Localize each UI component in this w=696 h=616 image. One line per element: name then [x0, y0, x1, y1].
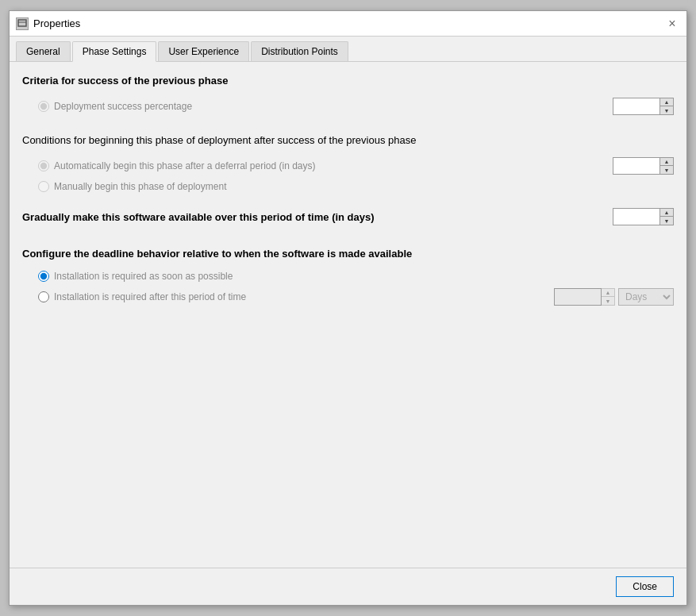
- footer: Close: [10, 568, 686, 605]
- tabs-container: General Phase Settings User Experience D…: [10, 37, 686, 62]
- deployment-success-row: Deployment success percentage 65 ▲ ▼: [22, 94, 674, 118]
- install-asap-radio[interactable]: [38, 271, 49, 282]
- deployment-success-spinner-up[interactable]: ▲: [660, 98, 673, 106]
- install-after-label-group: Installation is required after this peri…: [38, 291, 246, 302]
- deployment-success-label: Deployment success percentage: [54, 101, 192, 112]
- tab-user-experience[interactable]: User Experience: [158, 41, 249, 61]
- gradually-spinner-down[interactable]: ▼: [660, 217, 673, 225]
- tab-general[interactable]: General: [16, 41, 71, 61]
- tab-phase-settings[interactable]: Phase Settings: [72, 41, 157, 62]
- install-after-spinner-buttons: ▲ ▼: [602, 288, 615, 306]
- section-gradually: Gradually make this software available o…: [22, 202, 674, 232]
- deployment-success-spinner: 65 ▲ ▼: [613, 98, 674, 115]
- auto-begin-row: Automatically begin this phase after a d…: [22, 154, 674, 178]
- install-after-label: Installation is required after this peri…: [54, 291, 246, 302]
- svg-rect-0: [18, 20, 26, 26]
- manual-begin-label-group: Manually begin this phase of deployment: [38, 181, 226, 192]
- auto-begin-radio[interactable]: [38, 160, 49, 171]
- section-deadline-title: Configure the deadline behavior relative…: [22, 248, 674, 260]
- deferral-spinner-up[interactable]: ▲: [660, 158, 673, 166]
- manual-begin-row: Manually begin this phase of deployment: [22, 178, 674, 195]
- install-asap-row: Installation is required as soon as poss…: [22, 268, 674, 285]
- install-after-unit-dropdown[interactable]: Days Weeks Months: [618, 288, 674, 306]
- deployment-success-radio[interactable]: [38, 101, 49, 112]
- gradually-spinner-up[interactable]: ▲: [660, 209, 673, 217]
- section-deadline: Configure the deadline behavior relative…: [22, 248, 674, 309]
- content-area: Criteria for success of the previous pha…: [10, 62, 686, 568]
- deferral-input[interactable]: 0: [613, 157, 660, 175]
- window-close-button[interactable]: ×: [664, 16, 680, 32]
- deferral-spinner: 0 ▲ ▼: [613, 157, 674, 175]
- section-conditions: Conditions for beginning this phase of d…: [22, 134, 674, 195]
- title-bar-left: Properties: [16, 17, 80, 30]
- section-criteria-title: Criteria for success of the previous pha…: [22, 75, 674, 87]
- gradually-label-text: Gradually make this software available o…: [22, 211, 375, 223]
- deployment-success-input[interactable]: 65: [613, 98, 660, 115]
- window-icon: [16, 17, 29, 30]
- manual-begin-label: Manually begin this phase of deployment: [54, 181, 226, 192]
- install-after-row: Installation is required after this peri…: [22, 285, 674, 309]
- gradually-input[interactable]: 0: [613, 208, 660, 225]
- properties-window: Properties × General Phase Settings User…: [9, 10, 687, 606]
- section-conditions-title: Conditions for beginning this phase of d…: [22, 134, 674, 146]
- auto-begin-label: Automatically begin this phase after a d…: [54, 160, 316, 171]
- gradually-spinner-buttons: ▲ ▼: [660, 208, 674, 225]
- gradually-spinner: 0 ▲ ▼: [613, 208, 674, 225]
- deferral-spinner-down[interactable]: ▼: [660, 166, 673, 174]
- install-after-spinner-up[interactable]: ▲: [602, 289, 614, 297]
- manual-begin-radio[interactable]: [38, 181, 49, 192]
- install-asap-label-group: Installation is required as soon as poss…: [38, 271, 233, 282]
- deployment-success-spinner-buttons: ▲ ▼: [660, 98, 674, 115]
- install-after-controls: 7 ▲ ▼ Days Weeks Months: [554, 288, 674, 306]
- window-title: Properties: [33, 17, 80, 29]
- install-after-spinner-down[interactable]: ▼: [602, 297, 614, 305]
- title-bar: Properties ×: [10, 11, 686, 37]
- install-asap-label: Installation is required as soon as poss…: [54, 271, 233, 282]
- section-criteria: Criteria for success of the previous pha…: [22, 75, 674, 118]
- auto-begin-label-group: Automatically begin this phase after a d…: [38, 160, 316, 171]
- install-after-spinner: 7 ▲ ▼: [554, 288, 615, 306]
- deferral-spinner-buttons: ▲ ▼: [660, 157, 674, 175]
- gradually-label: Gradually make this software available o…: [22, 211, 375, 223]
- deployment-success-label-group: Deployment success percentage: [38, 101, 192, 112]
- install-after-input[interactable]: 7: [554, 288, 602, 306]
- deployment-success-spinner-down[interactable]: ▼: [660, 106, 673, 114]
- close-button[interactable]: Close: [616, 576, 674, 597]
- gradually-row: Gradually make this software available o…: [22, 202, 674, 232]
- tab-distribution-points[interactable]: Distribution Points: [251, 41, 348, 61]
- install-after-radio[interactable]: [38, 291, 49, 302]
